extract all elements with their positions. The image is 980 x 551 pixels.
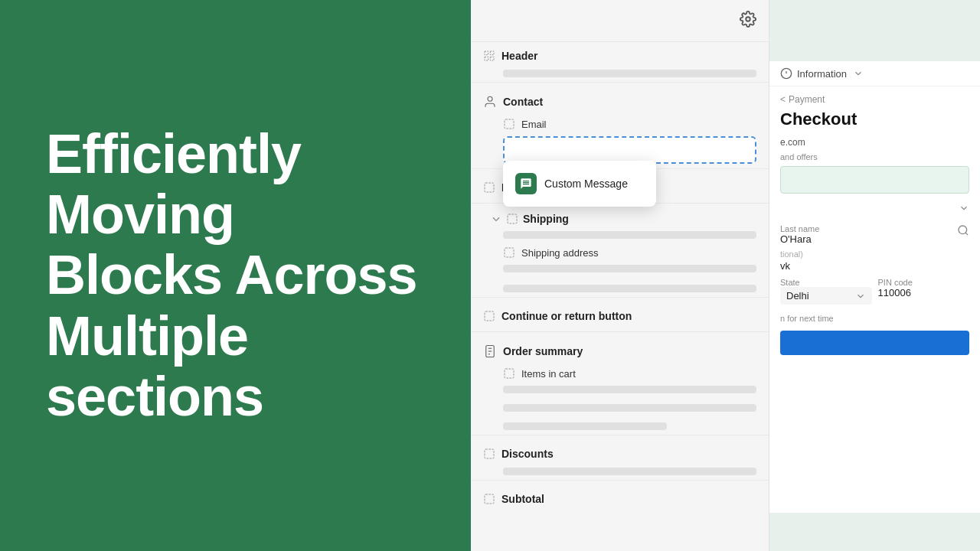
svg-rect-4 bbox=[508, 214, 517, 223]
cart-skeleton-1 bbox=[503, 386, 756, 393]
cart-skeleton-3 bbox=[503, 422, 667, 430]
email-input-area[interactable] bbox=[503, 136, 756, 164]
info-label: Information bbox=[797, 68, 847, 80]
svg-rect-12 bbox=[485, 449, 494, 458]
pin-value: 110006 bbox=[878, 287, 970, 298]
breadcrumb-item-info[interactable]: < bbox=[780, 94, 786, 105]
custom-message-label: Custom Message bbox=[544, 178, 628, 190]
svg-rect-2 bbox=[505, 119, 514, 129]
last-name-value: O'Hara bbox=[780, 233, 949, 245]
continue-return-header[interactable]: Continue or return button bbox=[483, 302, 756, 327]
svg-point-17 bbox=[959, 226, 967, 234]
middle-panel: Header Contact Email bbox=[471, 0, 769, 551]
header-section: Header bbox=[471, 42, 769, 77]
cart-skeleton-2 bbox=[503, 404, 756, 412]
svg-point-1 bbox=[488, 96, 492, 101]
name-row: Last name O'Hara bbox=[769, 224, 980, 245]
select-row[interactable] bbox=[769, 197, 980, 220]
discounts-section: Discounts bbox=[471, 440, 769, 475]
continue-button[interactable] bbox=[780, 331, 969, 355]
right-bottom-bar bbox=[769, 513, 980, 551]
header-label: Header bbox=[501, 50, 537, 62]
order-summary-label: Order summary bbox=[503, 345, 583, 357]
info-chevron-icon bbox=[853, 68, 864, 79]
custom-message-dropdown[interactable]: Custom Message bbox=[503, 161, 656, 207]
email-value: e.com bbox=[780, 137, 805, 148]
contact-label: Contact bbox=[503, 96, 543, 108]
shipping-label: Shipping bbox=[523, 213, 569, 225]
right-top-bar bbox=[769, 0, 980, 61]
pin-label: PIN code bbox=[878, 278, 970, 287]
left-panel: Efficiently Moving Blocks Across Multipl… bbox=[0, 0, 471, 551]
last-name-label: Last name bbox=[780, 224, 949, 233]
svg-rect-13 bbox=[485, 494, 494, 504]
svg-rect-3 bbox=[485, 183, 494, 192]
shipping-skeleton-1 bbox=[503, 231, 756, 239]
search-icon[interactable] bbox=[957, 224, 969, 236]
info-icon bbox=[780, 67, 792, 80]
custom-msg-icon bbox=[515, 173, 537, 194]
breadcrumb: < Payment bbox=[769, 86, 980, 109]
subtotal-section: Subtotal bbox=[471, 485, 769, 510]
middle-scroll[interactable]: Header Contact Email bbox=[471, 42, 769, 551]
state-block: State Delhi bbox=[780, 278, 872, 305]
discounts-label: Discounts bbox=[501, 448, 554, 460]
right-panel: Information < Payment Checkout e.com and… bbox=[769, 0, 980, 551]
address-value: vk bbox=[769, 259, 980, 273]
shipping-skeleton-2 bbox=[503, 265, 756, 272]
state-value: Delhi bbox=[786, 290, 809, 302]
order-summary-header: Order summary bbox=[483, 337, 756, 363]
info-bar[interactable]: Information bbox=[769, 61, 980, 86]
order-summary-section: Order summary Items in cart bbox=[471, 337, 769, 430]
continue-return-label: Continue or return button bbox=[501, 310, 632, 322]
state-pin-row: State Delhi PIN code 110006 bbox=[769, 273, 980, 309]
middle-header bbox=[471, 0, 769, 42]
email-label: Email bbox=[521, 119, 547, 130]
shipping-address-label: Shipping address bbox=[521, 247, 598, 259]
svg-rect-6 bbox=[485, 311, 494, 321]
header-section-header: Header bbox=[483, 42, 756, 67]
state-chevron-icon bbox=[855, 291, 866, 302]
gear-icon[interactable] bbox=[740, 11, 756, 31]
discounts-skeleton bbox=[503, 468, 756, 475]
subtotal-header[interactable]: Subtotal bbox=[483, 485, 756, 510]
state-label: State bbox=[780, 278, 872, 287]
address-optional: tional) bbox=[769, 249, 980, 259]
select-chevron-icon bbox=[959, 203, 969, 214]
headline: Efficiently Moving Blocks Across Multipl… bbox=[46, 124, 425, 427]
save-next-time: n for next time bbox=[769, 309, 980, 328]
shipping-skeleton-3 bbox=[503, 285, 756, 292]
offers-text: and offers bbox=[769, 152, 980, 161]
items-in-cart-label: Items in cart bbox=[521, 368, 576, 380]
shipping-address-item[interactable]: Shipping address bbox=[483, 242, 756, 262]
email-item[interactable]: Email bbox=[483, 113, 756, 133]
svg-rect-5 bbox=[505, 248, 514, 257]
state-select[interactable]: Delhi bbox=[780, 287, 872, 305]
subtotal-label: Subtotal bbox=[501, 493, 544, 505]
shipping-section: Shipping Shipping address bbox=[471, 208, 769, 292]
continue-return-section: Continue or return button bbox=[471, 302, 769, 327]
svg-point-0 bbox=[746, 17, 750, 21]
contact-section-header: Contact bbox=[483, 87, 756, 113]
custom-message-option[interactable]: Custom Message bbox=[503, 165, 656, 202]
shipping-header[interactable]: Shipping bbox=[483, 208, 756, 228]
items-in-cart-item[interactable]: Items in cart bbox=[483, 363, 756, 383]
email-display: e.com bbox=[769, 132, 980, 152]
breadcrumb-payment: Payment bbox=[789, 94, 825, 105]
green-input-bar[interactable] bbox=[780, 166, 969, 194]
discounts-header[interactable]: Discounts bbox=[483, 440, 756, 465]
pin-block: PIN code 110006 bbox=[878, 278, 970, 305]
svg-rect-11 bbox=[505, 369, 514, 378]
contact-section: Contact Email bbox=[471, 87, 769, 164]
header-skeleton bbox=[503, 70, 756, 77]
last-name-field: Last name O'Hara bbox=[780, 224, 949, 245]
checkout-title: Checkout bbox=[769, 109, 980, 129]
